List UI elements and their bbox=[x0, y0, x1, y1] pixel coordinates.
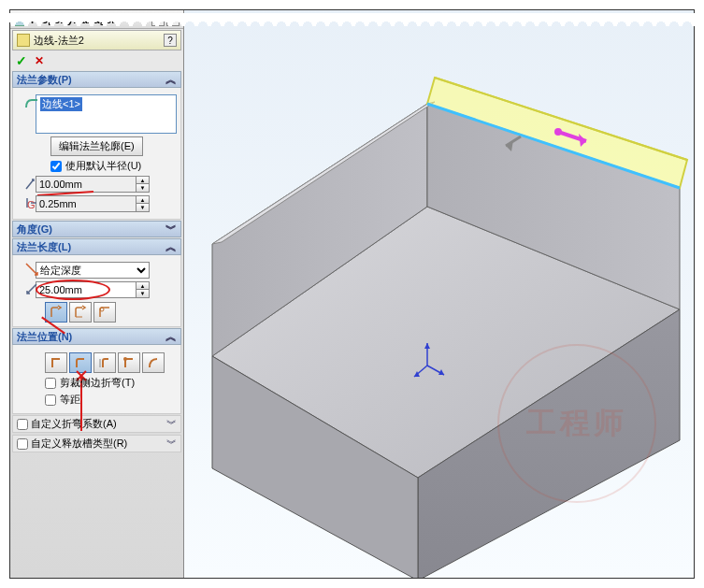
gap-input[interactable] bbox=[36, 195, 136, 212]
length-spinner[interactable]: ▲▼ bbox=[136, 281, 150, 298]
use-default-radius-label: 使用默认半径(U) bbox=[65, 159, 141, 173]
edit-profile-button[interactable]: 编辑法兰轮廓(E) bbox=[50, 136, 143, 156]
edge-flange-icon bbox=[17, 34, 30, 47]
property-manager-panel: PropertyManager 📌 ▸ 边线-法兰2 ? ✓ ✕ 法兰参数(P)… bbox=[10, 10, 184, 578]
trim-side-bends-check[interactable]: 剪裁侧边折弯(T) bbox=[45, 376, 177, 390]
watermark: 工程师 bbox=[497, 344, 656, 503]
use-default-radius-checkbox[interactable] bbox=[50, 161, 62, 172]
ok-cancel-bar: ✓ ✕ bbox=[10, 51, 183, 70]
position-type-group bbox=[45, 352, 177, 373]
section-length-body: 给定深度 ▲▼ bbox=[12, 255, 181, 327]
gap-spinner[interactable]: ▲▼ bbox=[136, 195, 150, 212]
section-params-header[interactable]: 法兰参数(P) ︽ bbox=[12, 71, 181, 88]
length-input[interactable] bbox=[36, 281, 136, 298]
pos-material-outside-icon[interactable] bbox=[69, 352, 92, 373]
radius-icon bbox=[24, 176, 39, 191]
edge-select-icon bbox=[24, 94, 39, 109]
length-outer-icon[interactable] bbox=[45, 302, 67, 323]
length-inner-icon[interactable] bbox=[69, 302, 92, 323]
custom-relief-label: 自定义释放槽类型(R) bbox=[31, 437, 127, 451]
3d-viewport[interactable]: 工程师 bbox=[184, 10, 694, 578]
custom-bend-label: 自定义折弯系数(A) bbox=[31, 417, 117, 431]
svg-text:G: G bbox=[27, 199, 36, 210]
section-length-header[interactable]: 法兰长度(L) ︽ bbox=[12, 238, 181, 255]
help-button[interactable]: ? bbox=[164, 34, 177, 47]
edge-selection-list[interactable]: 边线<1> bbox=[36, 94, 177, 134]
length-icon bbox=[24, 281, 39, 296]
svg-point-16 bbox=[554, 128, 562, 136]
chevron-up-icon: ︽ bbox=[165, 329, 177, 345]
end-condition-select[interactable]: 给定深度 bbox=[36, 262, 150, 279]
length-tangent-icon[interactable] bbox=[93, 302, 116, 323]
trim-side-bends-label: 剪裁侧边折弯(T) bbox=[60, 376, 135, 390]
chevron-up-icon: ︽ bbox=[165, 239, 177, 255]
section-position-header[interactable]: 法兰位置(N) ︽ bbox=[12, 328, 181, 345]
custom-relief-checkbox[interactable] bbox=[17, 438, 28, 450]
section-params-title: 法兰参数(P) bbox=[17, 73, 72, 87]
section-position-body: 剪裁侧边折弯(T) 等距 bbox=[12, 345, 181, 414]
section-angle-header[interactable]: 角度(G) ︾ bbox=[12, 221, 181, 237]
chevron-up-icon: ︽ bbox=[165, 72, 177, 88]
feature-name: 边线-法兰2 bbox=[34, 34, 164, 48]
radius-input[interactable] bbox=[36, 176, 136, 193]
custom-relief-row[interactable]: 自定义释放槽类型(R) ︾ bbox=[12, 435, 181, 452]
model-canvas bbox=[184, 10, 694, 578]
custom-bend-checkbox[interactable] bbox=[17, 419, 28, 430]
use-default-radius-check[interactable]: 使用默认半径(U) bbox=[50, 159, 177, 173]
offset-label: 等距 bbox=[60, 393, 80, 407]
chevron-down-icon: ︾ bbox=[166, 417, 177, 431]
pos-material-inside-icon[interactable] bbox=[45, 352, 67, 373]
ok-button[interactable]: ✓ bbox=[16, 53, 27, 68]
offset-check[interactable]: 等距 bbox=[45, 393, 177, 407]
pos-virtual-sharp-icon[interactable] bbox=[118, 352, 140, 373]
pos-bend-outside-icon[interactable] bbox=[93, 352, 116, 373]
chevron-down-icon: ︾ bbox=[165, 222, 177, 237]
gap-icon: G bbox=[24, 195, 39, 210]
pos-tangent-icon[interactable] bbox=[142, 352, 165, 373]
edge-item[interactable]: 边线<1> bbox=[40, 97, 82, 111]
trim-side-bends-checkbox[interactable] bbox=[45, 378, 56, 389]
svg-point-4 bbox=[123, 357, 127, 361]
chevron-down-icon: ︾ bbox=[166, 437, 177, 451]
offset-checkbox[interactable] bbox=[45, 394, 56, 406]
feature-bar: 边线-法兰2 ? bbox=[12, 30, 181, 50]
cancel-button[interactable]: ✕ bbox=[35, 54, 44, 67]
radius-spinner[interactable]: ▲▼ bbox=[136, 176, 150, 193]
section-angle-title: 角度(G) bbox=[17, 222, 52, 237]
length-type-group bbox=[45, 302, 177, 323]
section-length-title: 法兰长度(L) bbox=[17, 240, 71, 254]
end-condition-icon bbox=[24, 262, 39, 277]
custom-bend-row[interactable]: 自定义折弯系数(A) ︾ bbox=[12, 415, 181, 433]
section-params-body: 边线<1> 编辑法兰轮廓(E) 使用默认半径(U) ▲▼ G bbox=[12, 88, 181, 220]
section-position-title: 法兰位置(N) bbox=[17, 330, 72, 344]
